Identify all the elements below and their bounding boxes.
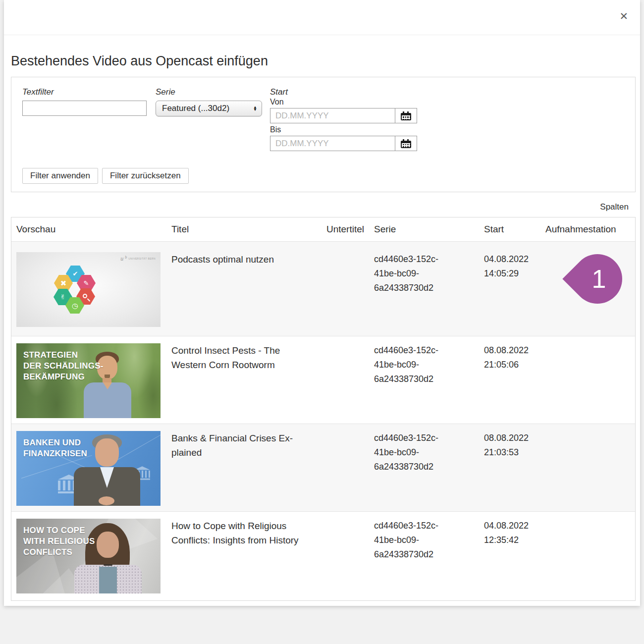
presenter-necklace [104,564,112,566]
vorschau-cell: HOW TO COPE WITH RELIGIOUS CONFLICTS [11,512,166,599]
serie-select[interactable]: Featured (...30d2) ▲ ▼ [156,101,262,116]
table-row[interactable]: STRATEGIEN DER SCHÄDLINGS- BEKÄMPFUNG Co… [11,336,635,424]
thumbnail-overlay-text: STRATEGIEN DER SCHÄDLINGS- BEKÄMPFUNG [23,350,104,382]
serie-id: cd4460e3-152c-41be-bc09-6a24338730d2 [374,431,452,474]
serie-cell: cd4460e3-152c-41be-bc09-6a24338730d2 [365,336,475,424]
logo-text: UNIVERSITÄT BERN [128,257,156,260]
column-header-vorschau: Vorschau [11,217,166,241]
logo-b: b [125,256,127,259]
titel-cell: Banks & Financial Crises Ex­plained [166,424,312,511]
presenter-hands [99,496,114,505]
logo-u: u [120,256,123,261]
column-header-serie: Serie [365,217,475,241]
column-header-aufnahmestation: Aufnahmestation [537,217,635,241]
column-header-untertitel: Untertitel [312,217,365,241]
presenter-face [97,532,119,558]
bis-date-input[interactable] [270,136,395,151]
serie-cell: cd4460e3-152c-41be-bc09-6a24338730d2 [365,424,475,511]
titel-cell: How to Cope with Religious Conflicts: In… [166,512,312,599]
arrow-down-icon: ▼ [253,108,257,111]
video-thumbnail[interactable]: STRATEGIEN DER SCHÄDLINGS- BEKÄMPFUNG [16,343,161,418]
serie-group: Serie Featured (...30d2) ▲ ▼ [156,87,262,116]
textfilter-input[interactable] [22,101,147,116]
overlay-line: HOW TO COPE [23,525,95,536]
bis-date-inputgroup [270,136,417,151]
table-row[interactable]: HOW TO COPE WITH RELIGIOUS CONFLICTS How… [11,511,635,599]
start-cell: 04.08.2022 14:05:29 [475,242,537,336]
table-row[interactable]: u b UNIVERSITÄT BERN ✔ ✖ ✎ ✌ ◷ Podcasts … [11,241,635,336]
check-glyph: ✔ [73,270,78,277]
column-header-start: Start [475,217,537,241]
reset-filter-button[interactable]: Filter zurücksetzen [102,168,189,184]
page-title: Bestehendes Video aus Opencast einfügen [11,54,268,69]
titel-cell: Podcasts optimal nutzen [166,242,312,336]
untertitel-cell [312,424,365,511]
video-title: Podcasts optimal nutzen [171,252,304,267]
aufnahmestation-cell [537,512,635,599]
modal-header: ✕ [4,0,640,35]
thumbnail-overlay-text: BANKEN UND FINANZKRISEN [23,437,87,459]
overlay-line: DER SCHÄDLINGS- [23,361,104,372]
university-bern-logo: u b UNIVERSITÄT BERN [120,256,156,261]
calendar-icon [401,141,411,148]
serie-id: cd4460e3-152c-41be-bc09-6a24338730d2 [374,519,452,561]
overlay-line: BEKÄMPFUNG [23,372,104,382]
von-calendar-button[interactable] [395,108,417,123]
video-thumbnail[interactable]: BANKEN UND FINANZKRISEN [16,431,161,506]
overlay-line: CONFLICTS [23,547,95,558]
vorschau-cell: BANKEN UND FINANZKRISEN [11,424,166,511]
start-datetime: 04.08.2022 12:35:42 [484,519,539,547]
start-cell: 04.08.2022 12:35:42 [475,512,537,599]
aufnahmestation-cell [537,242,635,336]
start-cell: 08.08.2022 21:05:06 [475,336,537,424]
table-row[interactable]: BANKEN UND FINANZKRISEN Banks & Financia… [11,424,635,511]
von-date-inputgroup [270,108,417,123]
start-cell: 08.08.2022 21:03:53 [475,424,537,511]
calendar-icon [401,113,411,120]
select-arrows-icon: ▲ ▼ [253,106,257,111]
video-title: Control Insect Pests - The Western Corn … [171,343,304,373]
titel-cell: Control Insect Pests - The Western Corn … [166,336,312,424]
magnifier-glyph [83,294,87,298]
serie-cell: cd4460e3-152c-41be-bc09-6a24338730d2 [365,242,475,336]
serie-id: cd4460e3-152c-41be-bc09-6a24338730d2 [374,252,452,295]
filter-panel: Textfilter Serie Featured (...30d2) ▲ ▼ … [11,77,636,192]
network-line [115,433,161,461]
textfilter-label: Textfilter [22,87,147,97]
clock-glyph: ◷ [72,302,78,310]
untertitel-cell [312,242,365,336]
pencil-glyph: ✎ [84,279,89,287]
untertitel-cell [312,336,365,424]
thumbnail-overlay-text: HOW TO COPE WITH RELIGIOUS CONFLICTS [23,525,95,558]
textfilter-group: Textfilter [22,87,147,116]
aufnahmestation-cell [537,424,635,511]
video-thumbnail[interactable]: u b UNIVERSITÄT BERN ✔ ✖ ✎ ✌ ◷ [16,252,161,327]
hand-glyph: ✌ [60,293,66,301]
bis-label: Bis [270,125,417,134]
video-thumbnail[interactable]: HOW TO COPE WITH RELIGIOUS CONFLICTS [16,519,161,593]
serie-selected-value: Featured (...30d2) [162,104,229,113]
apply-filter-button[interactable]: Filter anwenden [22,168,98,184]
serie-id: cd4460e3-152c-41be-bc09-6a24338730d2 [374,343,452,386]
presenter-shirt [84,382,131,418]
start-label: Start [270,87,417,97]
von-date-input[interactable] [270,108,395,123]
presenter-face [95,438,119,467]
start-datetime: 04.08.2022 14:05:29 [484,252,539,281]
close-icon[interactable]: ✕ [619,11,628,21]
column-header-titel: Titel [166,217,312,241]
video-table: Vorschau Titel Untertitel Serie Start Au… [11,217,636,601]
overlay-line: STRATEGIEN [23,350,104,361]
cross-glyph: ✖ [60,279,67,288]
video-title: How to Cope with Religious Conflicts: In… [171,519,304,548]
serie-cell: cd4460e3-152c-41be-bc09-6a24338730d2 [365,512,475,599]
untertitel-cell [312,512,365,599]
bis-calendar-button[interactable] [395,136,417,151]
start-date-group: Start Von Bis [270,87,417,153]
opencast-insert-modal: ✕ Bestehendes Video aus Opencast einfüge… [4,0,640,606]
aufnahmestation-cell [537,336,635,424]
table-header-row: Vorschau Titel Untertitel Serie Start Au… [11,217,635,241]
spalten-link[interactable]: Spalten [600,202,629,212]
overlay-line: FINANZKRISEN [23,448,87,459]
serie-label: Serie [156,87,262,97]
